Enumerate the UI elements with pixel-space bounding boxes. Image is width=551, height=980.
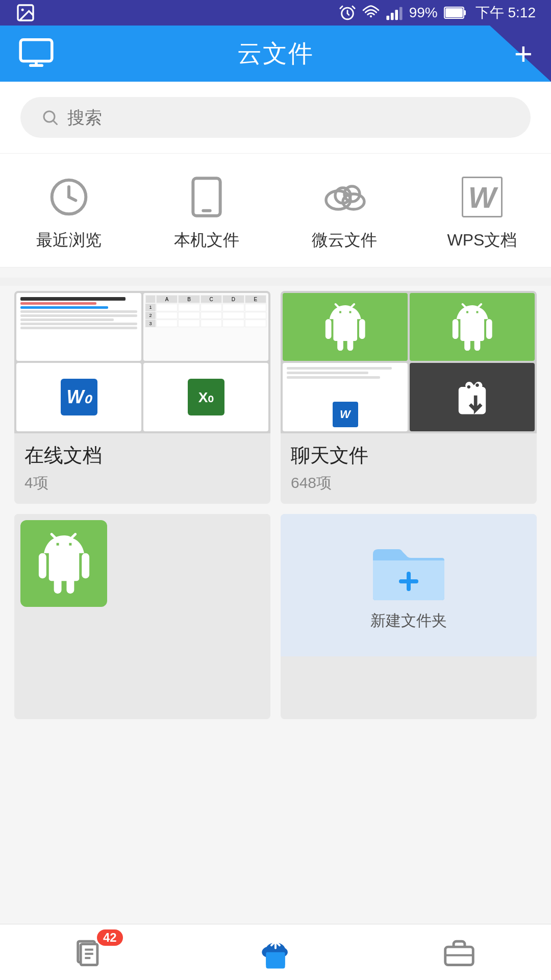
svg-rect-6 [395,10,398,20]
search-icon [41,108,59,127]
bottom-spacer [0,724,551,791]
svg-rect-7 [399,7,403,20]
card-chat-files-count: 648项 [291,473,527,494]
image-icon [15,3,36,23]
cloud-icon [321,179,367,215]
status-bar: 99% 下午 5:12 [0,0,551,26]
svg-rect-31 [266,952,285,966]
quick-item-wps[interactable]: W WPS文档 [436,174,528,252]
briefcase-icon [442,937,477,968]
card-apk-thumbnail [14,514,270,656]
search-input[interactable] [67,108,510,128]
wps-icon-container: W [459,174,505,220]
add-button[interactable]: + [514,38,533,69]
recent-label: 最近浏览 [36,229,102,252]
quick-item-recent[interactable]: 最近浏览 [23,174,115,252]
thumb-android1 [283,293,408,361]
card-online-docs-thumbnail: A B C D E 1 2 3 W₀ [14,291,270,433]
wps-excel-icon: X₀ [188,379,224,415]
battery-text: 99% [409,5,438,21]
thumb-doc1 [16,293,141,361]
quick-item-weiyun[interactable]: 微云文件 [298,174,390,252]
thumb-wps-word: W₀ [16,363,141,431]
quick-access-section: 最近浏览 本机文件 微云文件 W WPS文档 [0,154,551,267]
thumb-zip [410,363,535,431]
card-online-docs-count: 4项 [24,473,260,494]
battery-icon [444,6,466,20]
thumb-wps-excel: X₀ [143,363,268,431]
thumb-word-doc: W [283,363,408,431]
page-title: 云文件 [59,37,492,70]
nav-item-tools[interactable] [408,929,510,975]
cloud-icon-container [321,174,367,220]
quick-item-local[interactable]: 本机文件 [161,174,253,252]
weiyun-label: 微云文件 [312,229,377,252]
svg-rect-10 [464,10,466,15]
android-green1 [283,293,408,361]
signal-icon [386,4,403,21]
apk-android-icon [20,520,107,607]
thumb-sheet1: A B C D E 1 2 3 [143,293,268,361]
svg-rect-5 [391,13,394,20]
card-new-folder-thumbnail: 新建文件夹 [281,514,537,656]
local-label: 本机文件 [174,229,239,252]
zip-dark-icon [410,363,535,431]
card-apk[interactable] [14,514,270,719]
search-section [0,82,551,154]
wifi-icon [362,4,380,21]
bottom-nav: 42 [0,924,551,980]
status-left [15,3,339,23]
card-apk-count [24,692,260,709]
card-chat-files-info: 聊天文件 648项 [281,433,537,504]
new-folder-label: 新建文件夹 [370,610,447,631]
status-right: 99% 下午 5:12 [339,3,536,22]
card-chat-files[interactable]: W 聊天文件 648项 [281,291,537,504]
wps-word-icon: W₀ [61,379,97,415]
alarm-icon [339,4,356,21]
svg-rect-11 [20,40,52,61]
folder-icon [368,539,449,605]
clock-icon-container [46,174,92,220]
nav-item-transfer[interactable]: 42 [41,929,143,975]
nav-item-cloud[interactable] [224,929,327,975]
divider [0,278,551,286]
svg-point-3 [370,15,372,17]
android-green2 [410,293,535,361]
card-online-docs[interactable]: A B C D E 1 2 3 W₀ [14,291,270,504]
phone-icon-container [184,174,230,220]
clock-icon [48,177,89,217]
wps-w-icon: W [462,177,503,217]
header-left[interactable] [18,38,59,69]
search-bar[interactable] [20,97,531,138]
card-online-docs-info: 在线文档 4项 [14,433,270,504]
card-apk-title [24,666,260,688]
time-display: 下午 5:12 [475,3,536,22]
header-right[interactable]: + [492,38,533,69]
cards-grid: A B C D E 1 2 3 W₀ [0,286,551,724]
app-header: 云文件 + [0,26,551,82]
monitor-icon[interactable] [18,38,54,67]
card-online-docs-title: 在线文档 [24,443,260,469]
card-apk-info [14,656,270,719]
nav-badge: 42 [97,929,123,946]
svg-rect-9 [445,8,463,17]
card-chat-files-title: 聊天文件 [291,443,527,469]
wps-label: WPS文档 [447,229,517,252]
card-new-folder-title [291,666,527,688]
cloud-file-icon [255,936,296,969]
phone-icon [189,177,224,217]
svg-rect-4 [386,16,389,20]
card-chat-files-thumbnail: W [281,291,537,433]
svg-point-1 [21,9,24,11]
thumb-android2 [410,293,535,361]
card-new-folder[interactable]: 新建文件夹 [281,514,537,719]
card-new-folder-info [281,656,537,698]
